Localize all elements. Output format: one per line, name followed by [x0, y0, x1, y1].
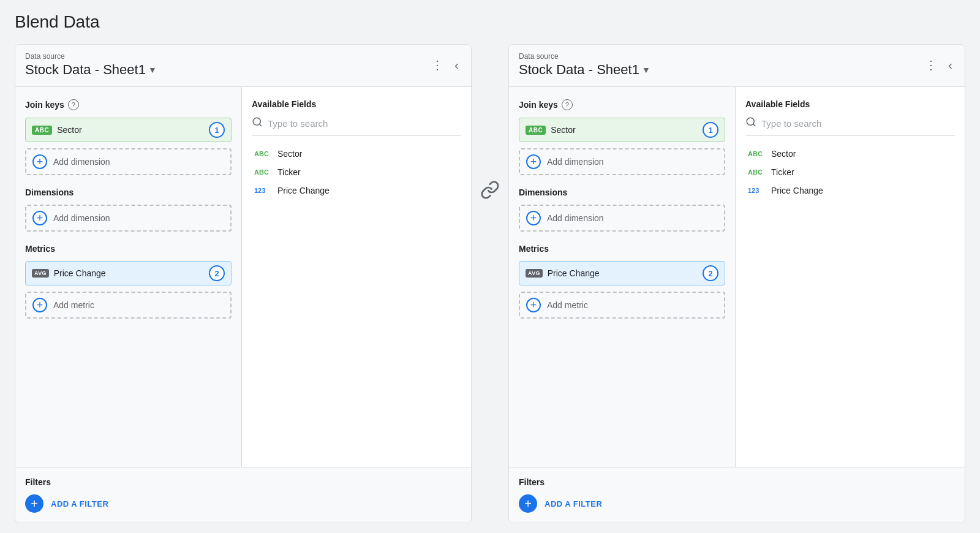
right-panel: Data source Stock Data - Sheet1 ▼ ⋮ ‹ Jo… [508, 44, 965, 523]
right-search-input[interactable]: Type to search [761, 118, 955, 129]
right-metric-row[interactable]: AVG Price Change 2 [519, 261, 725, 285]
right-add-metric-plus-icon: + [526, 298, 541, 312]
right-add-dimension-btn[interactable]: + Add dimension [519, 205, 725, 232]
link-connector [472, 180, 508, 203]
left-field-price-change-name: Price Change [277, 186, 330, 195]
right-available-fields-title: Available Fields [745, 99, 955, 109]
right-panel-header: Data source Stock Data - Sheet1 ▼ ⋮ ‹ [509, 45, 965, 87]
right-add-metric-btn[interactable]: + Add metric [519, 292, 725, 319]
right-field-ticker-name: Ticker [771, 167, 794, 177]
left-panel-header-left: Data source Stock Data - Sheet1 ▼ [25, 52, 157, 78]
left-field-ticker-type: ABC [254, 168, 271, 176]
left-metric-row[interactable]: AVG Price Change 2 [25, 261, 232, 285]
left-data-source-label: Data source [25, 52, 157, 61]
right-panel-header-left: Data source Stock Data - Sheet1 ▼ [519, 52, 650, 78]
left-add-filter-label[interactable]: ADD A FILTER [51, 499, 108, 508]
left-field-sector-type: ABC [254, 150, 271, 157]
right-more-options-icon[interactable]: ⋮ [925, 58, 938, 72]
left-metric-type-badge: AVG [32, 269, 49, 278]
right-panel-header-right: ⋮ ‹ [925, 56, 955, 74]
right-field-ticker[interactable]: ABC Ticker [745, 163, 955, 181]
right-add-join-dimension-plus-icon: + [526, 154, 541, 169]
left-field-ticker[interactable]: ABC Ticker [252, 163, 461, 181]
left-metric-label: Price Change [54, 268, 204, 278]
left-search-row: Type to search [252, 116, 461, 136]
left-search-icon [252, 116, 263, 130]
left-field-price-change[interactable]: 123 Price Change [252, 181, 461, 200]
right-metrics-section: Metrics AVG Price Change 2 + Add metric [519, 244, 725, 319]
right-search-icon [745, 116, 756, 130]
left-join-keys-title: Join keys ? [25, 99, 232, 110]
left-add-dimension-btn[interactable]: + Add dimension [25, 205, 232, 232]
right-metric-badge: 2 [703, 265, 718, 281]
right-metric-type-badge: AVG [526, 269, 543, 278]
right-add-dimension-plus-icon: + [526, 211, 541, 225]
left-dimensions-title: Dimensions [25, 187, 232, 197]
left-more-options-icon[interactable]: ⋮ [431, 58, 445, 72]
left-join-key-label: Sector [57, 125, 204, 135]
right-field-price-change-name: Price Change [771, 186, 823, 195]
right-add-filter-plus-icon[interactable]: + [519, 494, 537, 513]
right-join-key-badge: 1 [703, 122, 718, 138]
right-join-key-row[interactable]: ABC Sector 1 [519, 118, 725, 142]
left-add-metric-plus-icon: + [32, 298, 47, 312]
right-collapse-icon[interactable]: ‹ [946, 56, 955, 74]
left-add-filter-plus-icon[interactable]: + [25, 494, 43, 513]
left-filters-section: Filters + ADD A FILTER [15, 467, 471, 523]
left-available-fields-pane: Available Fields Type to search ABC Sect… [242, 87, 471, 467]
right-dimensions-title: Dimensions [519, 187, 725, 197]
right-dropdown-arrow-icon[interactable]: ▼ [642, 65, 650, 75]
right-add-join-dimension-btn[interactable]: + Add dimension [519, 148, 725, 175]
right-join-keys-help-icon[interactable]: ? [562, 99, 573, 110]
left-add-join-dimension-btn[interactable]: + Add dimension [25, 148, 232, 175]
left-filters-title: Filters [25, 477, 461, 487]
right-field-sector-name: Sector [771, 149, 796, 159]
right-panel-body: Join keys ? ABC Sector 1 + Add dimension [509, 87, 965, 467]
right-filters-title: Filters [519, 477, 955, 487]
right-join-key-type-badge: ABC [526, 126, 546, 135]
left-add-filter-row: + ADD A FILTER [25, 494, 461, 513]
left-panel-header: Data source Stock Data - Sheet1 ▼ ⋮ ‹ [15, 45, 471, 87]
left-panel: Data source Stock Data - Sheet1 ▼ ⋮ ‹ Jo… [15, 44, 472, 523]
left-add-metric-btn[interactable]: + Add metric [25, 292, 232, 319]
left-data-source-name[interactable]: Stock Data - Sheet1 ▼ [25, 62, 157, 78]
left-join-key-type-badge: ABC [32, 126, 52, 135]
right-dimensions-section: Dimensions + Add dimension [519, 187, 725, 232]
right-field-ticker-type: ABC [748, 168, 765, 176]
left-join-keys-help-icon[interactable]: ? [68, 99, 79, 110]
left-metrics-section: Metrics AVG Price Change 2 + Add metric [25, 244, 232, 319]
left-join-key-badge: 1 [209, 122, 225, 138]
left-add-dimension-plus-icon: + [32, 211, 47, 225]
right-join-key-label: Sector [551, 125, 698, 135]
right-field-price-change[interactable]: 123 Price Change [745, 181, 955, 200]
left-field-sector[interactable]: ABC Sector [252, 145, 461, 163]
left-dropdown-arrow-icon[interactable]: ▼ [148, 65, 157, 75]
left-available-fields-title: Available Fields [252, 99, 461, 109]
right-data-source-label: Data source [519, 52, 650, 61]
left-metric-badge: 2 [209, 265, 225, 281]
left-field-sector-name: Sector [277, 149, 302, 159]
left-metrics-title: Metrics [25, 244, 232, 254]
panels-container: Data source Stock Data - Sheet1 ▼ ⋮ ‹ Jo… [15, 44, 965, 523]
left-join-keys-section: Join keys ? ABC Sector 1 + Add dimension [25, 99, 232, 175]
right-config-pane: Join keys ? ABC Sector 1 + Add dimension [509, 87, 736, 467]
left-field-ticker-name: Ticker [277, 167, 301, 177]
right-field-price-change-type: 123 [748, 187, 765, 194]
right-join-keys-title: Join keys ? [519, 99, 725, 110]
right-field-sector[interactable]: ABC Sector [745, 145, 955, 163]
svg-line-1 [259, 124, 261, 126]
right-data-source-name[interactable]: Stock Data - Sheet1 ▼ [519, 62, 650, 78]
left-collapse-icon[interactable]: ‹ [452, 56, 461, 74]
right-join-keys-section: Join keys ? ABC Sector 1 + Add dimension [519, 99, 725, 175]
right-add-filter-row: + ADD A FILTER [519, 494, 955, 513]
right-field-sector-type: ABC [748, 150, 765, 157]
right-metric-label: Price Change [548, 268, 698, 278]
left-add-join-dimension-plus-icon: + [32, 154, 47, 169]
right-filters-section: Filters + ADD A FILTER [509, 467, 965, 523]
left-panel-header-right: ⋮ ‹ [431, 56, 461, 74]
right-add-filter-label[interactable]: ADD A FILTER [545, 499, 602, 508]
left-join-key-row[interactable]: ABC Sector 1 [25, 118, 232, 142]
left-search-input[interactable]: Type to search [268, 118, 461, 129]
right-available-fields-pane: Available Fields Type to search ABC Sect… [736, 87, 965, 467]
left-dimensions-section: Dimensions + Add dimension [25, 187, 232, 232]
